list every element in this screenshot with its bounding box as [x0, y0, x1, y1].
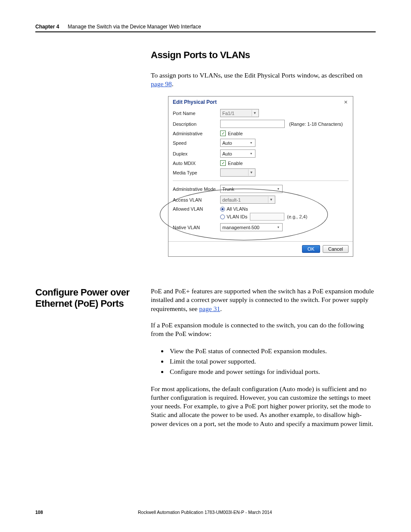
admin-mode-select[interactable]: Trunk ▾	[220, 185, 283, 193]
page-31-link[interactable]: page 31	[199, 305, 220, 312]
chevron-down-icon: ▾	[248, 150, 254, 157]
section-heading-assign-ports: Assign Ports to VLANs	[151, 50, 376, 61]
media-type-select[interactable]: ▼	[220, 168, 255, 177]
chevron-down-icon: ▼	[268, 196, 274, 203]
auto-mdix-checkbox[interactable]: ✓	[220, 160, 226, 166]
description-input[interactable]	[220, 120, 285, 128]
intro-pre: To assign ports to VLANs, use the Edit P…	[151, 72, 362, 79]
auto-mdix-enable-label: Enable	[228, 161, 243, 166]
chevron-down-icon: ▾	[275, 186, 281, 192]
native-vlan-value: management-500	[222, 225, 259, 230]
poe-para1: PoE and PoE+ features are supported when…	[151, 287, 376, 313]
chevron-down-icon: ▾	[248, 140, 254, 146]
poe-para2: If a PoE expansion module is connected t…	[151, 321, 376, 338]
port-name-value: Fa1/1	[222, 111, 234, 116]
speed-select[interactable]: Auto ▾	[220, 139, 255, 147]
edit-physical-port-dialog: Edit Physical Port ✕ Port Name Fa1/1 ▼ D…	[168, 96, 353, 257]
page-header: Chapter 4 Manage the Switch via the Devi…	[35, 24, 376, 32]
ok-button[interactable]: OK	[302, 245, 320, 253]
vlan-ids-input[interactable]	[250, 213, 284, 221]
chevron-down-icon: ▼	[252, 110, 258, 116]
vlan-ids-radio[interactable]	[220, 215, 225, 219]
poe-para1-post: .	[220, 305, 222, 312]
administrative-checkbox[interactable]: ✓	[220, 131, 226, 136]
all-vlans-radio[interactable]	[220, 207, 225, 212]
duplex-label: Duplex	[173, 151, 220, 156]
section-heading-poe: Configure Power over Ethernet (PoE) Port…	[35, 287, 147, 309]
chevron-down-icon: ▼	[248, 169, 254, 176]
chapter-label: Chapter 4	[35, 24, 59, 30]
administrative-enable-label: Enable	[228, 131, 243, 136]
close-icon[interactable]: ✕	[342, 99, 349, 105]
port-name-label: Port Name	[173, 111, 220, 116]
intro-paragraph: To assign ports to VLANs, use the Edit P…	[151, 71, 376, 88]
description-label: Description	[173, 121, 220, 127]
duplex-select[interactable]: Auto ▾	[220, 149, 255, 158]
native-vlan-select[interactable]: management-500 ▾	[220, 223, 283, 231]
port-name-select[interactable]: Fa1/1 ▼	[220, 109, 259, 117]
publication-info: Rockwell Automation Publication 1783-UM0…	[138, 510, 376, 515]
native-vlan-label: Native VLAN	[173, 225, 220, 230]
auto-mdix-label: Auto MDIX	[173, 161, 220, 166]
vlan-ids-example: (e.g., 2,4)	[287, 214, 307, 219]
duplex-value: Auto	[222, 151, 232, 156]
poe-para1-pre: PoE and PoE+ features are supported when…	[151, 287, 374, 312]
allowed-vlan-label: Allowed VLAN	[173, 206, 220, 212]
media-type-label: Media Type	[173, 170, 220, 175]
poe-bullets: View the PoE status of connected PoE exp…	[168, 346, 376, 377]
page-98-link[interactable]: page 98	[151, 80, 172, 87]
admin-mode-value: Trunk	[222, 187, 234, 192]
poe-para3: For most applications, the default confi…	[151, 385, 376, 428]
admin-mode-label: Administrative Mode	[173, 187, 220, 192]
access-vlan-select[interactable]: default-1 ▼	[220, 196, 275, 204]
intro-post: .	[172, 80, 174, 87]
all-vlans-label: All VLANs	[227, 206, 248, 212]
description-range: (Range: 1-18 Characters)	[289, 121, 343, 127]
dialog-title: Edit Physical Port	[173, 99, 217, 105]
access-vlan-value: default-1	[222, 197, 241, 202]
administrative-label: Administrative	[173, 131, 220, 136]
chapter-title: Manage the Switch via the Device Manager…	[68, 24, 201, 30]
speed-label: Speed	[173, 140, 220, 146]
access-vlan-label: Access VLAN	[173, 197, 220, 202]
list-item: Limit the total power supported.	[168, 356, 376, 367]
divider	[173, 180, 349, 181]
page-footer: 108 Rockwell Automation Publication 1783…	[35, 510, 376, 515]
page-number: 108	[35, 510, 138, 515]
list-item: Configure mode and power settings for in…	[168, 367, 376, 377]
vlan-ids-label: VLAN IDs	[227, 214, 247, 219]
speed-value: Auto	[222, 140, 232, 146]
list-item: View the PoE status of connected PoE exp…	[168, 346, 376, 356]
cancel-button[interactable]: Cancel	[323, 245, 349, 253]
chevron-down-icon: ▾	[275, 224, 281, 230]
